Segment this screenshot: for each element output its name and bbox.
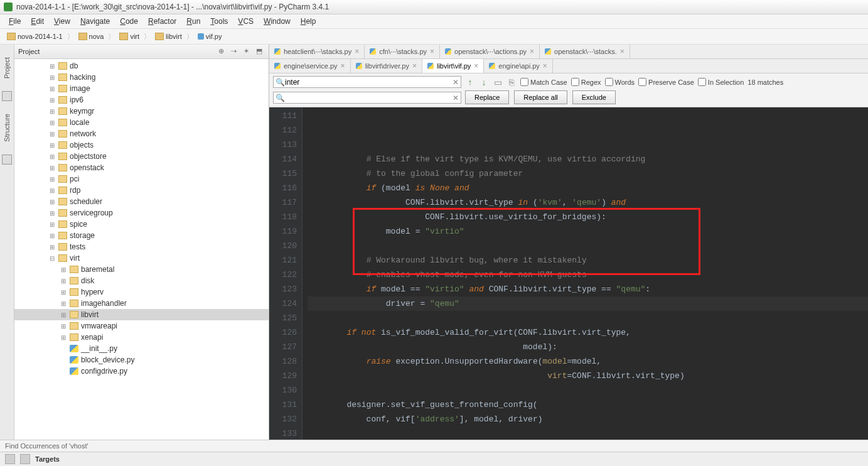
tree-item-openstack[interactable]: ⊞openstack [14, 162, 269, 173]
tree-item-rdp[interactable]: ⊞rdp [14, 185, 269, 196]
menu-vcs[interactable]: VCS [234, 16, 257, 27]
tree-item-virt[interactable]: ⊟virt [14, 252, 269, 264]
tree-item-objects[interactable]: ⊞objects [14, 139, 269, 151]
bottom-tool-bar: Targets [0, 452, 868, 466]
exclude-button[interactable]: Exclude [572, 90, 616, 104]
clear-replace-icon[interactable]: ✕ [453, 94, 459, 102]
hide-icon[interactable]: ⬒ [256, 47, 265, 56]
menu-navigate[interactable]: Navigate [77, 16, 114, 27]
add-selection-icon[interactable]: ⎘ [506, 77, 517, 87]
select-all-icon[interactable]: ▭ [493, 77, 503, 87]
tab-openstack-actions-py[interactable]: openstack\···\actions.py× [440, 45, 540, 58]
tree-item-objectstore[interactable]: ⊞objectstore [14, 151, 269, 162]
status-bar: Find Occurrences of 'vhost' [0, 440, 868, 452]
tree-item-hacking[interactable]: ⊞hacking [14, 72, 269, 83]
bottom-icon-2[interactable] [20, 454, 30, 464]
replace-button[interactable]: Replace [465, 90, 509, 104]
tree-item-scheduler[interactable]: ⊞scheduler [14, 196, 269, 207]
sidebar-tab-project[interactable]: Project [3, 57, 11, 79]
tree-item-ipv6[interactable]: ⊞ipv6 [14, 94, 269, 106]
editor-tabs-row-2: engine\service.py×libvirt\driver.py×libv… [269, 59, 868, 73]
tree-item-storage[interactable]: ⊞storage [14, 230, 269, 241]
menu-refactor[interactable]: Refactor [144, 16, 180, 27]
sidebar-tab-structure[interactable]: Structure [3, 114, 11, 142]
breadcrumb-vif-py[interactable]: vif.py [195, 31, 225, 42]
collapse-icon[interactable]: ⊕ [218, 47, 227, 56]
project-panel: Project ⊕ ⇢ ✶ ⬒ ⊞db⊞hacking⊞image⊞ipv6⊞k… [14, 45, 269, 440]
tree-item-keymgr[interactable]: ⊞keymgr [14, 106, 269, 117]
close-tab-icon[interactable]: × [412, 62, 417, 70]
tree-item-__init__-py[interactable]: __init__.py [14, 343, 269, 354]
tree-item-disk[interactable]: ⊞disk [14, 275, 269, 286]
close-tab-icon[interactable]: × [430, 47, 434, 56]
menu-tools[interactable]: Tools [206, 16, 232, 27]
tab-openstack-stacks-[interactable]: openstack\···\stacks.× [540, 45, 630, 58]
line-gutter: 1111121131141151161171181191201211221231… [269, 107, 303, 440]
menu-code[interactable]: Code [116, 16, 142, 27]
replace-all-button[interactable]: Replace all [514, 90, 567, 104]
breadcrumb-virt[interactable]: virt [116, 31, 142, 42]
tree-item-baremetal[interactable]: ⊞baremetal [14, 264, 269, 275]
tree-item-vmwareapi[interactable]: ⊞vmwareapi [14, 320, 269, 332]
tree-item-locale[interactable]: ⊞locale [14, 117, 269, 128]
tree-item-hyperv[interactable]: ⊞hyperv [14, 286, 269, 298]
breadcrumb-nova[interactable]: nova [75, 31, 107, 42]
close-tab-icon[interactable]: × [620, 47, 624, 56]
tree-item-block_device-py[interactable]: block_device.py [14, 354, 269, 366]
tree-item-imagehandler[interactable]: ⊞imagehandler [14, 298, 269, 309]
regex-checkbox[interactable] [571, 78, 579, 86]
tree-item-tests[interactable]: ⊞tests [14, 241, 269, 252]
breadcrumb-libvirt[interactable]: libvirt [152, 31, 185, 42]
tab-libvirt-vif-py[interactable]: libvirt\vif.py× [422, 59, 484, 73]
sidebar-icon-1[interactable] [2, 91, 12, 101]
menubar: FileEditViewNavigateCodeRefactorRunTools… [0, 14, 868, 29]
tab-libvirt-driver-py[interactable]: libvirt\driver.py× [351, 59, 422, 73]
in-selection-checkbox[interactable] [698, 78, 706, 86]
replace-input[interactable] [273, 92, 461, 104]
prev-match-icon[interactable]: ↑ [465, 77, 475, 87]
close-tab-icon[interactable]: × [474, 62, 478, 70]
menu-run[interactable]: Run [183, 16, 204, 27]
tree-item-servicegroup[interactable]: ⊞servicegroup [14, 207, 269, 219]
menu-view[interactable]: View [50, 16, 74, 27]
targets-tab[interactable]: Targets [35, 455, 60, 463]
tree-item-network[interactable]: ⊞network [14, 128, 269, 139]
close-tab-icon[interactable]: × [543, 62, 547, 70]
tree-item-image[interactable]: ⊞image [14, 83, 269, 94]
bottom-icon-1[interactable] [5, 454, 15, 464]
replace-search-icon: 🔍 [276, 94, 285, 102]
project-tree[interactable]: ⊞db⊞hacking⊞image⊞ipv6⊞keymgr⊞locale⊞net… [14, 59, 269, 440]
tree-item-configdrive-py[interactable]: configdrive.py [14, 366, 269, 377]
clear-search-icon[interactable]: ✕ [453, 78, 459, 87]
tab-engine-api-py[interactable]: engine\api.py× [484, 59, 552, 73]
tree-item-xenapi[interactable]: ⊞xenapi [14, 332, 269, 343]
find-input[interactable] [273, 76, 461, 88]
tab-heatclient-stacks-py[interactable]: heatclient\···\stacks.py× [269, 45, 365, 58]
tree-item-pci[interactable]: ⊞pci [14, 173, 269, 185]
tool-window-strip: Project Structure [0, 45, 14, 440]
sidebar-icon-2[interactable] [2, 154, 12, 165]
preserve-case-checkbox[interactable] [638, 78, 646, 86]
menu-window[interactable]: Window [260, 16, 294, 27]
match-case-checkbox[interactable] [520, 78, 528, 86]
scroll-from-source-icon[interactable]: ⇢ [231, 47, 240, 56]
settings-icon[interactable]: ✶ [244, 47, 252, 56]
close-tab-icon[interactable]: × [341, 62, 345, 70]
breadcrumb-nova-2014-1-1[interactable]: nova-2014-1-1 [4, 31, 66, 42]
breadcrumb: nova-2014-1-1〉nova〉virt〉libvirt〉vif.py [0, 29, 868, 45]
menu-file[interactable]: File [5, 16, 24, 27]
close-tab-icon[interactable]: × [530, 47, 534, 56]
code-content[interactable]: # Else if the virt type is KVM/QEMU, use… [303, 107, 868, 440]
tree-item-spice[interactable]: ⊞spice [14, 219, 269, 230]
tab-engine-service-py[interactable]: engine\service.py× [269, 59, 351, 73]
find-replace-bar: 🔍 ✕ ↑ ↓ ▭ ⎘ Match Case Regex Words Prese… [269, 73, 868, 107]
close-tab-icon[interactable]: × [355, 47, 359, 56]
next-match-icon[interactable]: ↓ [479, 77, 489, 87]
menu-help[interactable]: Help [297, 16, 320, 27]
tree-item-db[interactable]: ⊞db [14, 60, 269, 72]
code-editor[interactable]: 1111121131141151161171181191201211221231… [269, 107, 868, 440]
tree-item-libvirt[interactable]: ⊞libvirt [14, 309, 269, 320]
words-checkbox[interactable] [605, 78, 613, 86]
tab-cfn-stacks-py[interactable]: cfn\···\stacks.py× [365, 45, 440, 58]
menu-edit[interactable]: Edit [27, 16, 48, 27]
